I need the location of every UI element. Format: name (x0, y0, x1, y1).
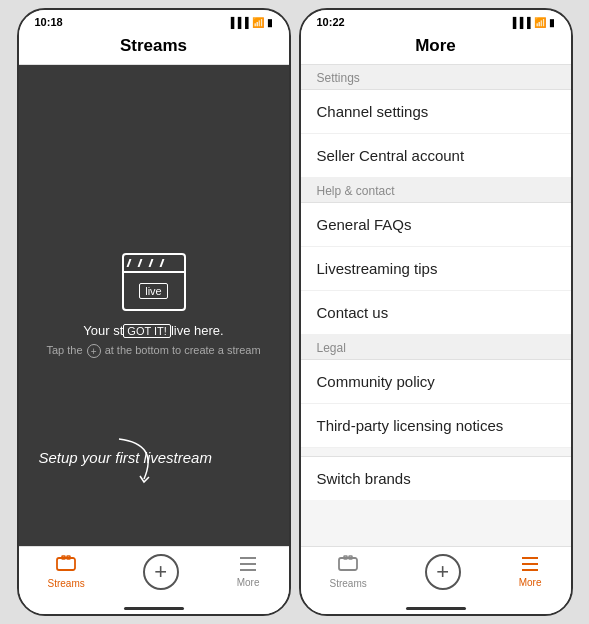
menu-item-livestreaming-tips[interactable]: Livestreaming tips (301, 247, 571, 291)
tab-streams-left[interactable]: Streams (47, 555, 84, 589)
content-area-right: Settings Channel settings Seller Central… (301, 65, 571, 546)
svg-rect-6 (339, 558, 357, 570)
streams-tab-icon (56, 555, 76, 576)
tab-add-right[interactable]: + (425, 554, 461, 590)
time-right: 10:22 (317, 16, 345, 28)
tab-more-left[interactable]: More (237, 556, 260, 588)
streams-icon-svg-right (338, 555, 358, 573)
clapper-line-4 (159, 259, 170, 267)
signal-bars-icon: ▐▐▐ (227, 17, 248, 28)
tab-streams-label-right: Streams (329, 578, 366, 589)
streams-after: live here. (171, 323, 224, 338)
add-button-left[interactable]: + (143, 554, 179, 590)
home-bar-right (301, 602, 571, 614)
clapperboard-icon: live (122, 253, 186, 311)
tab-more-right[interactable]: More (519, 556, 542, 588)
clapper-lines (128, 259, 180, 267)
more-tab-icon-left (238, 556, 258, 575)
battery-icon-right: ▮ (549, 17, 555, 28)
got-it-badge[interactable]: GOT IT! (123, 324, 171, 338)
clapper-line-3 (148, 259, 159, 267)
plus-hint-icon: + (87, 344, 101, 358)
time-left: 10:18 (35, 16, 63, 28)
battery-icon: ▮ (267, 17, 273, 28)
signal-bars-icon-right: ▐▐▐ (509, 17, 530, 28)
arrow-icon (114, 434, 164, 488)
add-button-right[interactable]: + (425, 554, 461, 590)
arrow-svg (114, 434, 164, 484)
home-bar-line-left (124, 607, 184, 610)
legal-section-header: Legal (301, 335, 571, 360)
tap-hint-text: Tap the + at the bottom to create a stre… (46, 344, 260, 358)
page-title-left: Streams (19, 30, 289, 65)
clapper-line-1 (126, 259, 137, 267)
streams-before: Your st (83, 323, 123, 338)
menu-item-contact-us[interactable]: Contact us (301, 291, 571, 335)
streams-icon-svg (56, 555, 76, 573)
menu-item-third-party[interactable]: Third-party licensing notices (301, 404, 571, 448)
live-badge: live (139, 283, 168, 299)
svg-rect-0 (57, 558, 75, 570)
right-phone: 10:22 ▐▐▐ 📶 ▮ More Settings Channel sett… (299, 8, 573, 616)
empty-state-text: Your stGOT IT!live here. (83, 323, 223, 338)
more-icon-svg-right (520, 556, 540, 572)
tab-bar-left: Streams + More (19, 546, 289, 602)
home-bar-left (19, 602, 289, 614)
tab-bar-right: Streams + More (301, 546, 571, 602)
tab-streams-label-left: Streams (47, 578, 84, 589)
streams-tab-icon-right (338, 555, 358, 576)
clapper-line-2 (137, 259, 148, 267)
menu-item-channel-settings[interactable]: Channel settings (301, 90, 571, 134)
left-phone: 10:18 ▐▐▐ 📶 ▮ Streams (17, 8, 291, 616)
clapper-bottom: live (124, 273, 184, 309)
more-icon-svg-left (238, 556, 258, 572)
settings-section-header: Settings (301, 65, 571, 90)
page-title-right: More (301, 30, 571, 65)
tab-streams-right[interactable]: Streams (329, 555, 366, 589)
signal-icons-right: ▐▐▐ 📶 ▮ (509, 17, 554, 28)
wifi-icon: 📶 (252, 17, 264, 28)
menu-item-community-policy[interactable]: Community policy (301, 360, 571, 404)
signal-icons-left: ▐▐▐ 📶 ▮ (227, 17, 272, 28)
menu-item-general-faqs[interactable]: General FAQs (301, 203, 571, 247)
tab-add-left[interactable]: + (143, 554, 179, 590)
wifi-icon-right: 📶 (534, 17, 546, 28)
home-bar-line-right (406, 607, 466, 610)
content-area-left: live Your stGOT IT!live here. Tap the + … (19, 65, 289, 546)
tab-more-label-left: More (237, 577, 260, 588)
tab-more-label-right: More (519, 577, 542, 588)
menu-item-seller-central[interactable]: Seller Central account (301, 134, 571, 178)
help-section-header: Help & contact (301, 178, 571, 203)
menu-item-switch-brands[interactable]: Switch brands (301, 456, 571, 500)
clapper-top (124, 255, 184, 273)
status-bar-left: 10:18 ▐▐▐ 📶 ▮ (19, 10, 289, 30)
status-bar-right: 10:22 ▐▐▐ 📶 ▮ (301, 10, 571, 30)
more-tab-icon-right (520, 556, 540, 575)
